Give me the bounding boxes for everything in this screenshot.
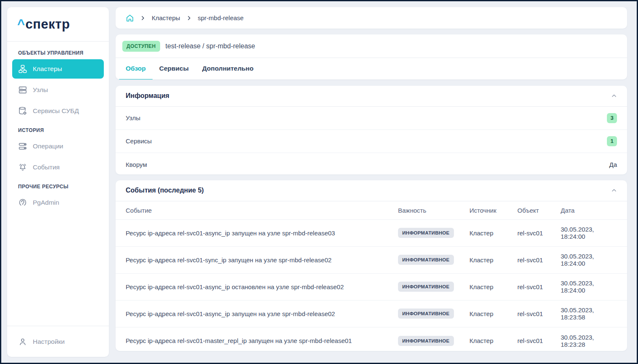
cluster-status-row: ДОСТУПЕН test-release / spr-mbd-release bbox=[116, 34, 627, 58]
event-text: Ресурс ip-адреса rel-svc01-async_ip запу… bbox=[126, 229, 398, 237]
chevron-right-icon bbox=[140, 16, 145, 21]
main-content: Кластеры spr-mbd-release ДОСТУПЕН test-r… bbox=[116, 7, 627, 357]
breadcrumb-clusters[interactable]: Кластеры bbox=[152, 14, 180, 21]
tab-additional[interactable]: Дополнительно bbox=[195, 58, 260, 79]
column-header-date: Дата bbox=[561, 207, 617, 214]
column-header-event: Событие bbox=[126, 207, 398, 214]
events-panel-header: События (последние 5) bbox=[116, 180, 627, 201]
breadcrumb-current: spr-mbd-release bbox=[198, 14, 244, 21]
sidebar-item-nodes[interactable]: Узлы bbox=[12, 80, 104, 100]
pgadmin-elephant-icon bbox=[18, 198, 27, 207]
nav-section-history: ИСТОРИЯ bbox=[18, 127, 98, 133]
sidebar-item-clusters[interactable]: Кластеры bbox=[12, 59, 104, 79]
services-count-badge: 1 bbox=[607, 136, 617, 146]
status-badge: ДОСТУПЕН bbox=[122, 41, 160, 52]
nodes-count-badge: 3 bbox=[607, 113, 617, 123]
logo-text: спектр bbox=[26, 17, 70, 32]
info-row-quorum: Кворум Да bbox=[116, 153, 627, 174]
info-row-services: Сервисы 1 bbox=[116, 130, 627, 153]
importance-badge: ИНФОРМАТИВНОЕ bbox=[398, 255, 454, 265]
event-object: rel-svc01 bbox=[517, 229, 561, 237]
event-table-row: Ресурс ip-адреса rel-svc01-async_ip запу… bbox=[116, 220, 627, 247]
event-date: 30.05.2023, 18:24:00 bbox=[561, 226, 617, 240]
chevron-up-icon[interactable] bbox=[611, 93, 617, 99]
importance-badge: ИНФОРМАТИВНОЕ bbox=[398, 336, 454, 346]
sidebar-item-label: Сервисы СУБД bbox=[33, 107, 79, 115]
breadcrumb: Кластеры spr-mbd-release bbox=[116, 7, 627, 29]
event-text: Ресурс ip-адреса rel-svc01-async_ip запу… bbox=[126, 310, 398, 317]
app-logo[interactable]: ^спектр bbox=[7, 7, 109, 42]
column-header-importance: Важность bbox=[398, 207, 469, 214]
quorum-value: Да bbox=[609, 161, 617, 168]
event-date: 30.05.2023, 18:24:00 bbox=[561, 253, 617, 267]
column-header-source: Источник bbox=[469, 207, 517, 214]
event-source: Кластер bbox=[469, 256, 517, 264]
event-object: rel-svc01 bbox=[517, 310, 561, 317]
event-date: 30.05.2023, 18:23:58 bbox=[561, 306, 617, 321]
tab-services[interactable]: Сервисы bbox=[153, 58, 195, 79]
event-table-row: Ресурс ip-адреса rel-svc01-async_ip оста… bbox=[116, 274, 627, 301]
event-object: rel-svc01 bbox=[517, 256, 561, 264]
importance-badge: ИНФОРМАТИВНОЕ bbox=[398, 228, 454, 238]
info-label: Кворум bbox=[126, 161, 147, 168]
sidebar-item-db-services[interactable]: Сервисы СУБД bbox=[12, 101, 104, 121]
events-table-header: Событие Важность Источник Объект Дата bbox=[116, 201, 627, 220]
sidebar-item-operations[interactable]: Операции bbox=[12, 137, 104, 156]
event-object: rel-svc01 bbox=[517, 283, 561, 290]
sidebar-item-events[interactable]: События bbox=[12, 158, 104, 177]
home-icon[interactable] bbox=[126, 14, 134, 22]
database-gear-icon bbox=[18, 106, 27, 116]
user-icon bbox=[18, 337, 27, 346]
info-label: Узлы bbox=[126, 114, 140, 121]
event-source: Кластер bbox=[469, 310, 517, 317]
importance-badge: ИНФОРМАТИВНОЕ bbox=[398, 309, 454, 319]
event-source: Кластер bbox=[469, 283, 517, 290]
cluster-name: test-release / spr-mbd-release bbox=[166, 42, 255, 50]
event-date: 30.05.2023, 18:23:28 bbox=[561, 334, 617, 348]
sidebar-item-label: PgAdmin bbox=[33, 199, 59, 206]
sidebar-nav: ОБЪЕКТЫ УПРАВЛЕНИЯ Кластеры Уз bbox=[7, 42, 109, 214]
nav-section-other-resources: ПРОЧИЕ РЕСУРСЫ bbox=[18, 184, 98, 190]
chevron-up-icon[interactable] bbox=[611, 187, 617, 193]
info-label: Сервисы bbox=[126, 137, 152, 145]
sidebar-item-pgadmin[interactable]: PgAdmin bbox=[12, 193, 104, 212]
event-table-row: Ресурс ip-адреса rel-svc01-master_repl_i… bbox=[116, 327, 627, 351]
nodes-icon bbox=[18, 85, 27, 95]
tabs: Обзор Сервисы Дополнительно bbox=[116, 58, 627, 79]
event-table-row: Ресурс ip-адреса rel-svc01-async_ip запу… bbox=[116, 301, 627, 327]
sidebar-item-label: Операции bbox=[33, 142, 63, 150]
info-panel: Информация Узлы 3 Сервисы 1 Кворум Да bbox=[116, 86, 627, 174]
event-table-row: Ресурс ip-адреса rel-svc01-sync_ip запущ… bbox=[116, 247, 627, 274]
cluster-header-card: ДОСТУПЕН test-release / spr-mbd-release … bbox=[116, 34, 627, 79]
sidebar-spacer bbox=[7, 214, 109, 326]
chevron-right-icon bbox=[187, 16, 192, 21]
event-date: 30.05.2023, 18:24:00 bbox=[561, 280, 617, 294]
cluster-icon bbox=[18, 64, 27, 74]
event-source: Кластер bbox=[469, 229, 517, 237]
info-panel-header: Информация bbox=[116, 86, 627, 107]
tab-overview[interactable]: Обзор bbox=[119, 58, 153, 79]
event-text: Ресурс ip-адреса rel-svc01-async_ip оста… bbox=[126, 283, 398, 290]
info-row-nodes: Узлы 3 bbox=[116, 107, 627, 130]
column-header-object: Объект bbox=[517, 207, 561, 214]
event-text: Ресурс ip-адреса rel-svc01-master_repl_i… bbox=[126, 337, 398, 344]
sidebar-item-settings[interactable]: Настройки bbox=[7, 326, 109, 357]
bell-icon bbox=[18, 163, 27, 172]
logo-caret-icon: ^ bbox=[17, 17, 25, 32]
nav-section-management: ОБЪЕКТЫ УПРАВЛЕНИЯ bbox=[18, 50, 98, 56]
sidebar-item-label: События bbox=[33, 164, 60, 171]
event-object: rel-svc01 bbox=[517, 337, 561, 344]
operations-icon bbox=[18, 142, 27, 151]
sidebar: ^спектр ОБЪЕКТЫ УПРАВЛЕНИЯ Кластеры bbox=[7, 7, 109, 357]
event-text: Ресурс ip-адреса rel-svc01-sync_ip запущ… bbox=[126, 256, 398, 264]
sidebar-item-label: Узлы bbox=[33, 86, 48, 94]
events-panel: События (последние 5) Событие Важность И… bbox=[116, 180, 627, 351]
importance-badge: ИНФОРМАТИВНОЕ bbox=[398, 282, 454, 292]
events-panel-title: События (последние 5) bbox=[126, 187, 204, 194]
event-source: Кластер bbox=[469, 337, 517, 344]
sidebar-item-label: Настройки bbox=[33, 338, 65, 346]
sidebar-item-label: Кластеры bbox=[33, 65, 62, 73]
info-panel-title: Информация bbox=[126, 92, 169, 100]
